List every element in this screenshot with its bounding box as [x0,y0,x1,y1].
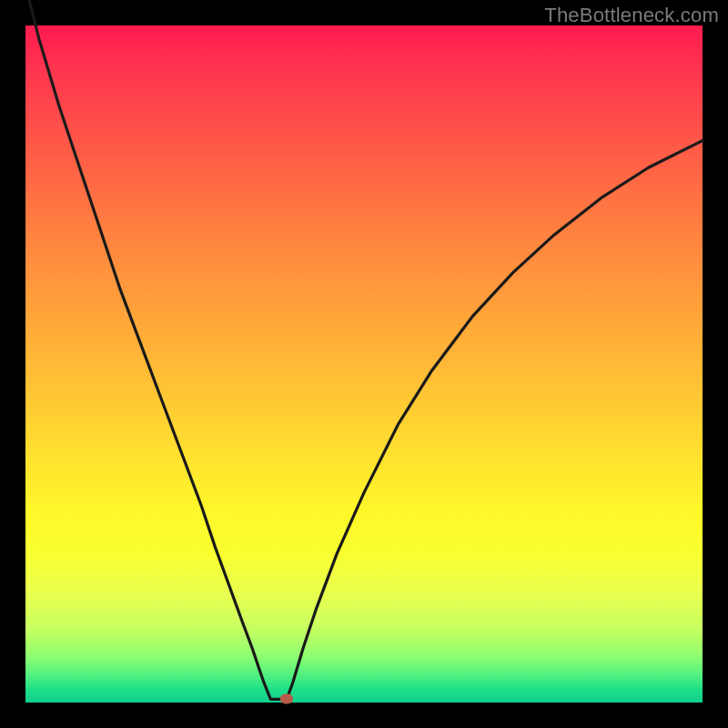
minimum-marker [280,693,293,703]
bottleneck-curve [25,25,703,703]
watermark-text: TheBottleneck.com [544,4,719,27]
plot-area [25,25,703,703]
chart-frame: TheBottleneck.com [0,0,728,728]
